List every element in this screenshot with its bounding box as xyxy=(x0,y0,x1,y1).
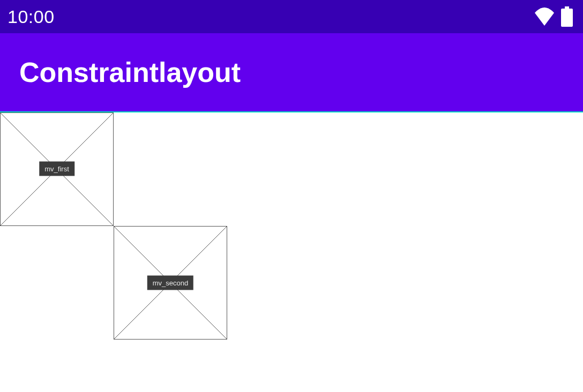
svg-rect-0 xyxy=(565,6,569,9)
svg-rect-1 xyxy=(561,9,573,27)
view-mv-first[interactable]: mv_first xyxy=(0,112,114,226)
status-bar: 10:00 xyxy=(0,0,583,33)
view-label-first: mv_first xyxy=(39,162,74,176)
battery-icon xyxy=(560,6,573,27)
app-title: Constraintlayout xyxy=(19,56,241,88)
status-time: 10:00 xyxy=(8,6,55,27)
status-icons xyxy=(534,6,573,27)
view-mv-second[interactable]: mv_second xyxy=(114,226,227,340)
view-label-second: mv_second xyxy=(147,276,193,290)
app-bar: Constraintlayout xyxy=(0,33,583,112)
content-area: mv_first mv_second xyxy=(0,112,583,391)
wifi-icon xyxy=(534,7,555,26)
